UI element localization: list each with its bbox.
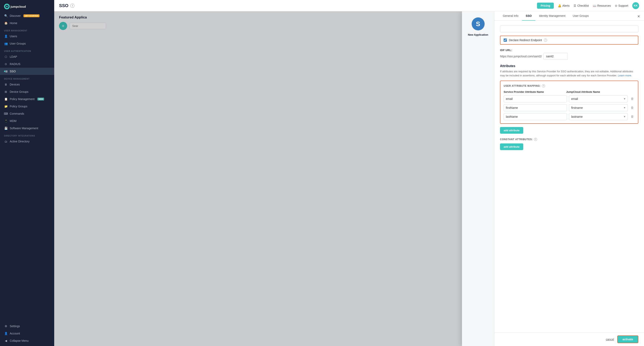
top-input[interactable] (500, 26, 638, 32)
new-app-name: New Application (468, 33, 488, 36)
idp-url-prefix: https://sso.jumpcloud.com/saml2/ (500, 55, 542, 58)
jc-attr-select-2[interactable]: email firstname lastname (569, 113, 628, 120)
jc-attr-select-wrapper-1: email firstname lastname ▼ (569, 104, 628, 111)
sp-attr-input-2[interactable] (504, 113, 567, 120)
mdm-icon: 📱 (4, 119, 8, 123)
support-link[interactable]: ⊙ Support (615, 4, 628, 7)
resources-link[interactable]: 📖 Resources (593, 4, 611, 7)
sidebar-item-label: Active Directory (10, 140, 30, 143)
sidebar-item-label: Users (10, 35, 17, 38)
sidebar-item-account[interactable]: 👤 Account (0, 330, 54, 337)
tab-user-groups[interactable]: User Groups (569, 11, 592, 21)
checklist-link[interactable]: ☰ Checklist (574, 4, 589, 7)
sidebar-item-label: Settings (10, 324, 20, 328)
sidebar-section-user-auth: USER AUTHENTICATION (0, 47, 54, 53)
delete-row-button-1[interactable]: 🗑 (630, 105, 635, 110)
activate-button[interactable]: activate (617, 335, 638, 343)
sidebar-item-label: Commands (10, 112, 24, 115)
sidebar-item-users[interactable]: 👤 Users (0, 33, 54, 40)
svg-text:jumpcloud: jumpcloud (10, 5, 26, 8)
topbar-actions: Pricing 🔔 Alerts ☰ Checklist 📖 Resources… (537, 2, 639, 9)
new-app-icon: S (472, 18, 484, 30)
modal-body: Declare Redirect Endpoint ? IDP URL: htt… (494, 21, 644, 332)
sidebar-item-settings[interactable]: ⚙ Settings (0, 322, 54, 330)
sidebar-item-commands[interactable]: ⌨ Commands (0, 110, 54, 117)
resources-label: Resources (597, 4, 611, 7)
account-icon: 👤 (4, 332, 8, 335)
policy-management-icon: 📋 (4, 97, 8, 101)
idp-url-input[interactable] (544, 53, 568, 60)
modal-left-panel: S New Application (462, 11, 494, 346)
sidebar-item-label: Software Management (10, 127, 38, 130)
declare-redirect-checkbox[interactable] (504, 39, 507, 42)
mapping-row: email firstname lastname ▼ 🗑 (504, 104, 635, 111)
tab-sso[interactable]: SSO (522, 11, 536, 21)
discover-icon: 🔍 (4, 14, 8, 18)
topbar: SSO i Pricing 🔔 Alerts ☰ Checklist 📖 Res… (54, 0, 644, 11)
col2-label: JumpCloud Attribute Name (566, 90, 626, 93)
sidebar-item-ldap[interactable]: ⬡ LDAP (0, 53, 54, 60)
sidebar-item-radius[interactable]: ⊙ RADIUS (0, 60, 54, 68)
sidebar-item-label: User Groups (10, 42, 26, 45)
users-icon: 👤 (4, 35, 8, 38)
attributes-title: Attributes (500, 64, 638, 68)
bell-icon: 🔔 (558, 4, 561, 7)
discover-badge: GET STARTED (24, 14, 40, 17)
add-constant-button[interactable]: add attribute (500, 143, 523, 150)
user-attribute-mapping-box: USER ATTRIBUTE MAPPING: ? Service Provid… (500, 81, 638, 124)
sidebar-item-user-groups[interactable]: 👥 User Groups (0, 40, 54, 47)
policy-new-badge: NEW (38, 98, 44, 100)
learn-more-link[interactable]: Learn more. (618, 74, 632, 77)
sp-attr-input-0[interactable] (504, 95, 567, 102)
mapping-row: email firstname lastname ▼ 🗑 (504, 113, 635, 120)
sp-attr-input-1[interactable] (504, 104, 567, 111)
delete-row-button-2[interactable]: 🗑 (630, 114, 635, 119)
alerts-link[interactable]: 🔔 Alerts (558, 4, 570, 7)
declare-redirect-section: Declare Redirect Endpoint ? (500, 36, 638, 45)
content-area: Featured Applica + × S New Application (54, 11, 644, 346)
sidebar-logo: jumpcloud (0, 0, 54, 12)
sidebar-item-devices[interactable]: 🖥 Devices (0, 81, 54, 88)
constant-help-icon[interactable]: ? (534, 138, 537, 141)
support-icon: ⊙ (615, 4, 617, 7)
user-groups-icon: 👥 (4, 42, 8, 45)
modal-close-button[interactable]: × (637, 14, 640, 19)
idp-url-row: https://sso.jumpcloud.com/saml2/ (500, 53, 638, 60)
sidebar-item-active-directory[interactable]: 🗂 Active Directory (0, 138, 54, 145)
mapping-row: email firstname lastname ▼ 🗑 (504, 95, 635, 102)
sidebar-item-software-management[interactable]: 💾 Software Management (0, 125, 54, 132)
main-content: SSO i Pricing 🔔 Alerts ☰ Checklist 📖 Res… (54, 0, 644, 346)
jc-attr-select-1[interactable]: email firstname lastname (569, 104, 628, 111)
devices-icon: 🖥 (4, 83, 8, 86)
declare-redirect-label: Declare Redirect Endpoint (509, 39, 542, 42)
page-info-icon[interactable]: i (70, 4, 74, 8)
sidebar-item-policy-management[interactable]: 📋 Policy Management NEW (0, 95, 54, 103)
sidebar-item-policy-groups[interactable]: 📁 Policy Groups (0, 103, 54, 110)
sidebar-item-collapse[interactable]: ◀ Collapse Menu (0, 337, 54, 344)
mapping-help-icon[interactable]: ? (542, 84, 545, 88)
modal-tabs: General Info SSO Identity Management Use… (494, 11, 644, 21)
sidebar-item-home[interactable]: 🏠 Home (0, 20, 54, 27)
tab-identity-management[interactable]: Identity Management (536, 11, 569, 21)
sidebar-item-sso[interactable]: ⊞ SSO (0, 68, 54, 75)
user-avatar[interactable]: KK (632, 2, 639, 9)
tab-general-info[interactable]: General Info (499, 11, 522, 21)
support-label: Support (618, 4, 628, 7)
mapping-title: USER ATTRIBUTE MAPPING: ? (504, 84, 635, 88)
jc-attr-select-0[interactable]: email firstname lastname (569, 95, 628, 102)
pricing-button[interactable]: Pricing (537, 3, 554, 9)
add-attribute-button[interactable]: add attribute (500, 127, 523, 134)
redirect-help-icon[interactable]: ? (544, 39, 547, 42)
sidebar-item-label: Account (10, 332, 20, 335)
page-title: SSO i (59, 3, 534, 8)
cancel-button[interactable]: cancel (606, 338, 614, 341)
sidebar-item-mdm[interactable]: 📱 MDM (0, 117, 54, 125)
delete-row-button-0[interactable]: 🗑 (630, 96, 635, 101)
sidebar-item-label: MDM (10, 119, 16, 123)
jc-attr-select-wrapper-2: email firstname lastname ▼ (569, 113, 628, 120)
sidebar-item-discover[interactable]: 🔍 Discover GET STARTED (0, 12, 54, 20)
modal-inner: S New Application General Info SSO Ident… (462, 11, 644, 346)
sidebar-item-device-groups[interactable]: ⊞ Device Groups (0, 88, 54, 95)
idp-url-section: IDP URL: https://sso.jumpcloud.com/saml2… (500, 49, 638, 60)
idp-url-label: IDP URL: (500, 49, 638, 52)
